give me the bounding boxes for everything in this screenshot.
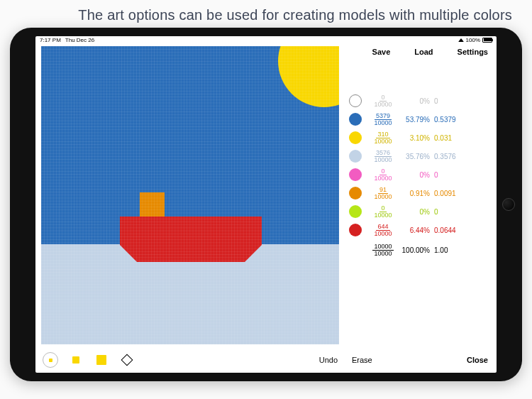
fraction: 9110000 xyxy=(367,187,399,200)
decimal: 0.5379 xyxy=(434,116,467,124)
swatch-red[interactable] xyxy=(349,224,362,236)
pixel-canvas[interactable] xyxy=(41,46,339,344)
undo-button[interactable]: Undo xyxy=(319,356,339,364)
fraction: 31010000 xyxy=(367,131,399,145)
color-row-blue[interactable]: 53791000053.79%0.5379 xyxy=(349,111,491,127)
color-row-yellow[interactable]: 310100003.10%0.031 xyxy=(349,130,491,146)
fraction: 64410000 xyxy=(367,224,399,237)
load-button[interactable]: Load xyxy=(414,48,433,62)
swatch-yellow[interactable] xyxy=(349,131,362,144)
close-button[interactable]: Close xyxy=(467,356,488,364)
color-row-pink[interactable]: 0100000%0 xyxy=(349,167,491,182)
app-body: Undo Save Load Settings 0100000%05379100… xyxy=(35,43,497,373)
battery-pct: 100% xyxy=(466,37,480,43)
brush-small-button[interactable] xyxy=(43,352,58,368)
erase-button[interactable]: Erase xyxy=(352,356,372,364)
color-row-ltblue[interactable]: 35761000035.76%0.3576 xyxy=(349,148,491,164)
diamond-icon xyxy=(121,354,133,366)
swatch-lime[interactable] xyxy=(349,205,362,218)
color-table: 0100000%053791000053.79%0.5379310100003.… xyxy=(349,93,491,258)
battery-icon xyxy=(482,38,492,43)
fraction: 010000 xyxy=(367,168,399,182)
decimal: 0 xyxy=(434,171,467,179)
percent: 53.79% xyxy=(399,116,434,124)
percent: 0% xyxy=(399,208,434,216)
brush-medium-icon xyxy=(72,356,79,364)
brush-large-button[interactable] xyxy=(94,352,109,368)
percent: 0% xyxy=(399,171,434,179)
percent: 0% xyxy=(399,97,434,105)
canvas-hull-bottom xyxy=(137,245,245,262)
fraction: 357610000 xyxy=(367,150,399,163)
decimal: 0.031 xyxy=(434,134,467,142)
percent: 35.76% xyxy=(399,153,434,160)
wifi-icon xyxy=(458,38,464,42)
swatch-white[interactable] xyxy=(349,94,362,107)
settings-button[interactable]: Settings xyxy=(458,48,488,62)
device-frame: 7:17 PM Thu Dec 26 100% xyxy=(0,28,532,399)
home-button[interactable] xyxy=(502,198,515,211)
color-row-total: 1000010000100.00%1.00 xyxy=(349,242,491,258)
color-row-lime[interactable]: 0100000%0 xyxy=(349,204,491,219)
color-row-red[interactable]: 644100006.44%0.0644 xyxy=(349,222,491,238)
screen: 7:17 PM Thu Dec 26 100% xyxy=(35,36,497,373)
fraction: 010000 xyxy=(367,205,399,219)
canvas-cabin xyxy=(140,192,165,217)
status-date: Thu Dec 26 xyxy=(65,37,94,43)
top-actions: Save Load Settings xyxy=(349,46,491,62)
brush-small-icon xyxy=(49,359,52,362)
fraction: 537910000 xyxy=(367,113,399,126)
percent: 3.10% xyxy=(399,134,434,142)
canvas-hull xyxy=(120,217,262,245)
bottom-actions: Erase Close xyxy=(349,356,491,370)
fraction: 010000 xyxy=(367,94,399,108)
percent: 6.44% xyxy=(399,226,434,234)
fill-button[interactable] xyxy=(119,352,135,368)
status-time: 7:17 PM xyxy=(40,37,61,43)
tool-row: Undo xyxy=(41,344,339,370)
canvas-hull-left xyxy=(120,245,137,262)
swatch-pink[interactable] xyxy=(349,168,362,181)
save-button[interactable]: Save xyxy=(372,48,391,62)
decimal: 0.0091 xyxy=(434,190,467,197)
decimal: 0 xyxy=(434,97,467,105)
canvas-column: Undo xyxy=(41,46,339,370)
status-bar: 7:17 PM Thu Dec 26 100% xyxy=(35,36,497,43)
decimal: 0.0644 xyxy=(434,226,467,234)
swatch-blue[interactable] xyxy=(349,113,362,126)
decimal: 0 xyxy=(434,208,467,216)
decimal: 0.3576 xyxy=(434,153,467,160)
percent: 0.91% xyxy=(399,190,434,197)
color-row-white[interactable]: 0100000%0 xyxy=(349,93,491,109)
canvas-hull-right xyxy=(245,245,262,262)
color-row-orange[interactable]: 91100000.91%0.0091 xyxy=(349,185,491,201)
swatch-orange[interactable] xyxy=(349,187,362,200)
promo-caption: The art options can be used for creating… xyxy=(0,0,532,28)
right-column: Save Load Settings 0100000%053791000053.… xyxy=(339,46,491,370)
ipad-body: 7:17 PM Thu Dec 26 100% xyxy=(10,28,522,381)
brush-medium-button[interactable] xyxy=(68,352,84,368)
brush-large-icon xyxy=(96,355,106,365)
swatch-ltblue[interactable] xyxy=(349,150,362,163)
